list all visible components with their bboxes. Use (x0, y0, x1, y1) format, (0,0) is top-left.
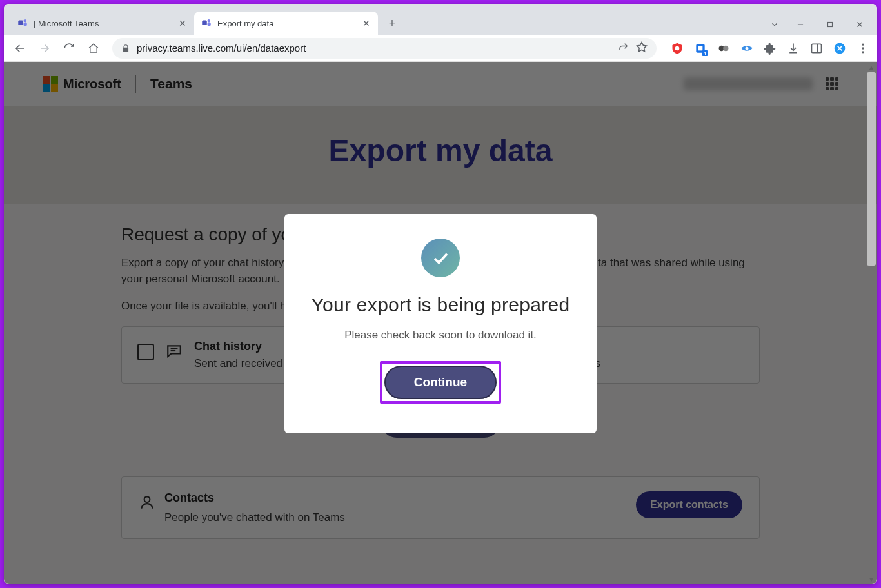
teams-favicon (17, 17, 28, 29)
svg-rect-7 (828, 23, 833, 27)
svg-point-24 (862, 47, 864, 49)
modal-title: Your export is being prepared (304, 294, 577, 316)
svg-marker-12 (637, 43, 647, 52)
lock-icon (121, 44, 130, 53)
svg-point-23 (862, 43, 864, 45)
home-button[interactable] (83, 37, 104, 59)
svg-rect-15 (698, 46, 703, 50)
forward-button[interactable] (34, 37, 55, 59)
svg-point-4 (208, 19, 211, 23)
minimize-button[interactable] (786, 14, 815, 35)
tab-active[interactable]: Export my data ✕ (194, 12, 378, 35)
window-controls (764, 13, 875, 35)
svg-point-18 (746, 46, 749, 50)
ublock-icon[interactable] (668, 39, 686, 57)
svg-rect-3 (202, 21, 207, 26)
highlight-annotation: Continue (380, 361, 501, 404)
continue-button[interactable]: Continue (384, 366, 497, 399)
new-tab-button[interactable]: + (383, 14, 401, 32)
svg-point-13 (675, 46, 680, 50)
bookmark-icon[interactable] (636, 41, 648, 55)
browser-toolbar: privacy.teams.live.com/ui/en/dataexport … (4, 35, 877, 62)
svg-rect-5 (208, 23, 211, 26)
address-bar[interactable]: privacy.teams.live.com/ui/en/dataexport (112, 38, 657, 59)
scroll-down-arrow[interactable]: ▼ (867, 574, 876, 584)
reload-button[interactable] (58, 37, 80, 59)
tab-title: Export my data (217, 19, 356, 28)
extension-icon[interactable] (738, 39, 756, 57)
omnibox-actions (618, 41, 648, 55)
checkmark-icon (421, 239, 460, 277)
svg-rect-0 (18, 21, 23, 26)
tab-title: | Microsoft Teams (34, 19, 172, 28)
tab-close-icon[interactable]: ✕ (361, 18, 371, 28)
tabs-strip: | Microsoft Teams ✕ Export my data ✕ + (4, 4, 764, 35)
menu-icon[interactable] (854, 39, 872, 57)
svg-point-17 (723, 45, 728, 50)
svg-rect-20 (812, 44, 822, 52)
svg-rect-2 (24, 23, 27, 26)
extension-icons: 4 (668, 39, 872, 57)
export-prepared-modal: Your export is being prepared Please che… (284, 214, 597, 433)
tab-inactive[interactable]: | Microsoft Teams ✕ (10, 12, 194, 35)
modal-overlay: Your export is being prepared Please che… (4, 62, 877, 584)
tab-close-icon[interactable]: ✕ (177, 18, 188, 28)
extensions-puzzle-icon[interactable] (761, 39, 779, 57)
maximize-button[interactable] (815, 14, 845, 35)
svg-point-25 (862, 51, 864, 53)
scroll-thumb[interactable] (867, 72, 876, 266)
browser-window: | Microsoft Teams ✕ Export my data ✕ + (4, 4, 877, 584)
titlebar: | Microsoft Teams ✕ Export my data ✕ + (4, 4, 877, 35)
content-area: Microsoft Teams Export my data Request a… (4, 62, 877, 584)
share-icon[interactable] (618, 41, 629, 55)
close-window-button[interactable] (845, 14, 875, 35)
extension-icon[interactable] (831, 39, 849, 57)
back-button[interactable] (9, 37, 31, 59)
sidepanel-icon[interactable] (807, 39, 826, 57)
scrollbar[interactable]: ▲ ▼ (867, 62, 876, 584)
svg-point-1 (24, 19, 27, 23)
scroll-up-arrow[interactable]: ▲ (867, 62, 876, 72)
extension-icon[interactable]: 4 (691, 39, 709, 57)
downloads-icon[interactable] (784, 39, 802, 57)
tab-search-button[interactable] (764, 14, 786, 35)
extension-icon[interactable] (715, 39, 733, 57)
modal-text: Please check back soon to download it. (304, 329, 577, 342)
teams-favicon (201, 17, 212, 29)
url-text: privacy.teams.live.com/ui/en/dataexport (137, 43, 306, 54)
